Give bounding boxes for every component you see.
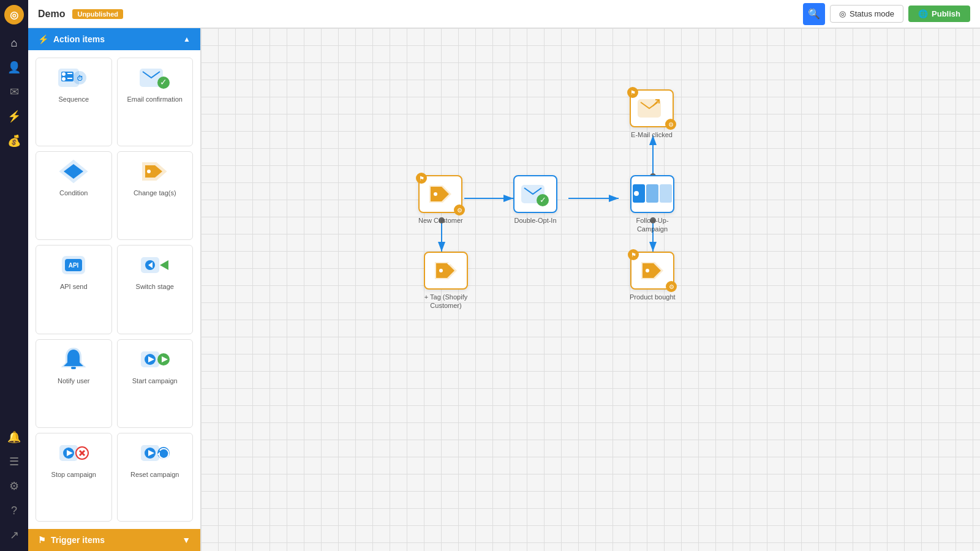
stop-campaign-label: Stop campaign (51, 470, 96, 479)
action-item-reset-campaign[interactable]: Reset campaign (117, 433, 194, 522)
nav-bell-icon[interactable]: 🔔 (3, 426, 25, 448)
svg-rect-5 (67, 78, 72, 79)
reset-campaign-label: Reset campaign (130, 470, 179, 479)
switch-stage-icon-container (139, 252, 171, 279)
api-send-icon-container: API (58, 252, 89, 279)
publish-button[interactable]: 🌐 Publish (908, 6, 970, 22)
notify-user-label: Notify user (58, 377, 90, 385)
trigger-flag-icon: ⚑ (38, 535, 46, 545)
stop-campaign-icon-container (58, 440, 89, 467)
email-clicked-label: E-Mail clicked (631, 130, 673, 139)
action-item-api-send[interactable]: API API send (36, 245, 112, 334)
app-logo[interactable]: ◎ (4, 5, 24, 24)
left-navigation: ◎ ⌂ 👤 ✉ ⚡ 💰 🔔 ☰ ⚙ ? ↗ (0, 0, 28, 551)
api-send-label: API send (60, 282, 88, 291)
sequence-icon-container: ⏱ (58, 64, 89, 91)
start-campaign-label: Start campaign (132, 377, 178, 385)
nav-list-icon[interactable]: ☰ (3, 451, 25, 473)
action-item-switch-stage[interactable]: Switch stage (117, 245, 194, 334)
node-product-bought[interactable]: ⚑ ⚙ Product bought (630, 252, 676, 301)
double-optin-box[interactable]: ✓ (513, 175, 557, 213)
nav-coins-icon[interactable]: 💰 (3, 130, 25, 152)
double-optin-label: Double-Opt-In (514, 216, 556, 225)
new-customer-box[interactable]: ⚑ ⚙ (418, 175, 462, 213)
trigger-toggle-icon: ▼ (182, 535, 190, 545)
reset-campaign-icon-container (139, 440, 171, 467)
status-mode-button[interactable]: ◎ Status mode (830, 5, 903, 23)
condition-label: Condition (59, 189, 88, 197)
top-bar: Demo Unpublished 🔍 ◎ Status mode 🌐 Publi… (28, 0, 980, 28)
status-mode-label: Status mode (850, 9, 894, 18)
trigger-header-label: Trigger items (51, 535, 105, 545)
svg-rect-4 (67, 73, 72, 74)
node-email-clicked[interactable]: ⚑ ⚙ E-Mail clicked (630, 89, 674, 139)
svg-marker-18 (160, 260, 168, 270)
svg-text:✓: ✓ (540, 195, 546, 204)
new-customer-label: New Customer (418, 216, 463, 225)
change-tags-icon-container (139, 158, 171, 185)
email-confirmation-icon-container: ✓ (139, 64, 171, 91)
action-item-stop-campaign[interactable]: Stop campaign (36, 433, 112, 522)
status-badge: Unpublished (72, 9, 123, 19)
new-customer-settings-icon: ⚙ (454, 204, 465, 216)
nav-mail-icon[interactable]: ✉ (3, 81, 25, 103)
action-item-email-confirmation[interactable]: ✓ Email confirmation (117, 58, 194, 146)
nav-help-icon[interactable]: ? (3, 500, 25, 522)
email-confirmation-label: Email confirmation (127, 95, 183, 103)
svg-rect-21 (71, 367, 76, 369)
publish-icon: 🌐 (918, 9, 928, 18)
sidebar-panel: ⚡ Action items ▲ (28, 28, 201, 551)
follow-up-label: Follow-Up-Campaign (625, 216, 680, 234)
follow-up-box[interactable] (630, 175, 674, 213)
node-new-customer[interactable]: ⚑ ⚙ New Customer (418, 175, 463, 225)
switch-stage-label: Switch stage (136, 282, 174, 291)
main-container: Demo Unpublished 🔍 ◎ Status mode 🌐 Publi… (28, 0, 980, 551)
email-clicked-flag-icon: ⚑ (627, 87, 638, 98)
product-bought-box[interactable]: ⚑ ⚙ (630, 252, 674, 290)
action-items-grid: ⏱ Sequence ✓ Email co (28, 50, 200, 529)
action-items-header[interactable]: ⚡ Action items ▲ (28, 28, 200, 50)
svg-rect-53 (660, 184, 672, 203)
nav-settings-icon[interactable]: ⚙ (3, 475, 25, 497)
svg-text:✓: ✓ (160, 77, 167, 87)
svg-point-58 (646, 269, 649, 272)
nav-lightning-icon[interactable]: ⚡ (3, 105, 25, 127)
action-item-start-campaign[interactable]: Start campaign (117, 339, 194, 428)
svg-text:API: API (69, 262, 79, 269)
email-clicked-settings-icon: ⚙ (665, 119, 676, 130)
action-item-notify-user[interactable]: Notify user (36, 339, 112, 428)
publish-label: Publish (932, 9, 960, 18)
sequence-label: Sequence (58, 95, 89, 103)
content-area: ⚡ Action items ▲ (28, 28, 980, 551)
nav-users-icon[interactable]: 👤 (3, 56, 25, 78)
node-tag-shopify[interactable]: + + Tag (Shopify Customer) (418, 252, 473, 310)
tag-shopify-label: + Tag (Shopify Customer) (418, 293, 473, 310)
top-bar-actions: 🔍 ◎ Status mode 🌐 Publish (803, 3, 970, 25)
action-item-change-tags[interactable]: Change tag(s) (117, 151, 194, 240)
svg-point-47 (434, 192, 437, 196)
canvas-area[interactable]: ⚑ ⚙ New Customer ✓ Double-Opt-In (201, 28, 980, 551)
svg-text:⏱: ⏱ (77, 75, 83, 82)
svg-point-3 (62, 77, 66, 81)
condition-icon-container (58, 158, 89, 185)
page-title: Demo (38, 9, 65, 20)
action-item-sequence[interactable]: ⏱ Sequence (36, 58, 112, 146)
trigger-items-header[interactable]: ⚑ Trigger items ▼ (28, 529, 200, 551)
action-toggle-icon: ▲ (183, 35, 190, 43)
action-lightning-icon: ⚡ (38, 34, 48, 44)
email-clicked-box[interactable]: ⚑ ⚙ (630, 89, 674, 127)
change-tags-label: Change tag(s) (134, 189, 176, 197)
action-header-label: Action items (53, 34, 105, 44)
action-item-condition[interactable]: Condition (36, 151, 112, 240)
svg-text:+: + (447, 260, 451, 267)
nav-home-icon[interactable]: ⌂ (3, 32, 25, 54)
node-follow-up[interactable]: Follow-Up-Campaign (625, 175, 680, 234)
node-double-optin[interactable]: ✓ Double-Opt-In (513, 175, 557, 225)
tag-shopify-box[interactable]: + (424, 252, 468, 290)
connections-svg (201, 28, 980, 551)
product-bought-label: Product bought (630, 293, 676, 301)
svg-point-13 (147, 170, 151, 173)
nav-share-icon[interactable]: ↗ (3, 524, 25, 546)
start-campaign-icon-container (139, 346, 171, 373)
search-button[interactable]: 🔍 (803, 3, 825, 25)
